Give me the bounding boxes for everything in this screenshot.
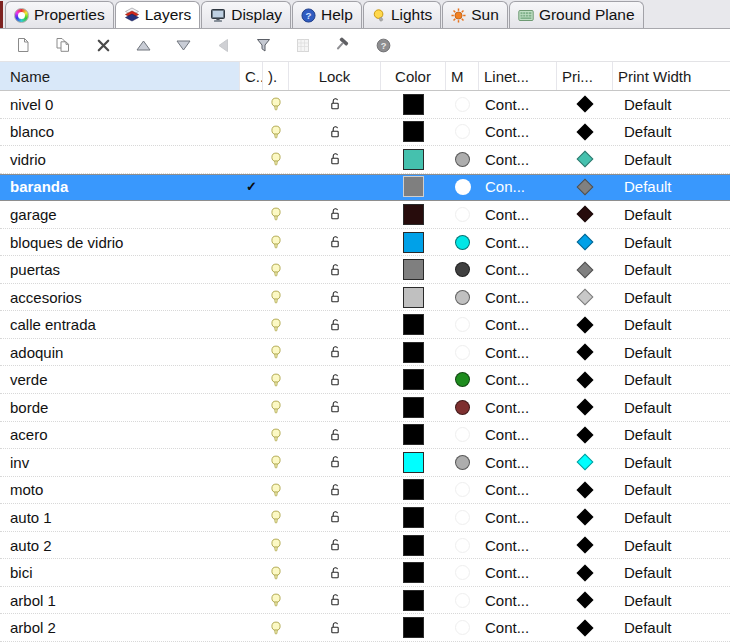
layer-on-cell[interactable] bbox=[263, 311, 289, 338]
current-layer-cell[interactable] bbox=[240, 366, 263, 393]
table-row[interactable]: baranda✓Con...Default bbox=[0, 174, 730, 202]
layer-lock-cell[interactable] bbox=[289, 146, 381, 173]
layer-on-cell[interactable] bbox=[263, 146, 289, 173]
layer-on-cell[interactable] bbox=[263, 614, 289, 641]
tools-button[interactable] bbox=[323, 31, 363, 59]
layer-print-color-cell[interactable] bbox=[557, 394, 613, 421]
layer-print-color-cell[interactable] bbox=[557, 422, 613, 449]
layer-on-cell[interactable] bbox=[263, 91, 289, 118]
table-row[interactable]: nivel 0Cont...Default bbox=[0, 91, 730, 119]
layer-print-color-cell[interactable] bbox=[557, 339, 613, 366]
layer-print-color-cell[interactable] bbox=[557, 504, 613, 531]
tab-sun[interactable]: Sun bbox=[442, 1, 508, 28]
layer-linetype-cell[interactable]: Cont... bbox=[479, 449, 557, 476]
layer-lock-cell[interactable] bbox=[289, 174, 381, 201]
current-layer-cell[interactable] bbox=[240, 477, 263, 504]
layer-color-cell[interactable] bbox=[381, 146, 446, 173]
layer-print-color-cell[interactable] bbox=[557, 146, 613, 173]
table-row[interactable]: auto 2Cont...Default bbox=[0, 532, 730, 560]
layer-material-cell[interactable] bbox=[446, 449, 479, 476]
layer-on-cell[interactable] bbox=[263, 119, 289, 146]
layer-material-cell[interactable] bbox=[446, 477, 479, 504]
layer-linetype-cell[interactable]: Con... bbox=[479, 174, 557, 201]
layer-lock-cell[interactable] bbox=[289, 229, 381, 256]
current-layer-cell[interactable] bbox=[240, 394, 263, 421]
layer-color-cell[interactable] bbox=[381, 119, 446, 146]
current-layer-cell[interactable] bbox=[240, 339, 263, 366]
layer-print-width-cell[interactable]: Default bbox=[613, 366, 730, 393]
layer-material-cell[interactable] bbox=[446, 339, 479, 366]
layer-lock-cell[interactable] bbox=[289, 532, 381, 559]
layer-lock-cell[interactable] bbox=[289, 311, 381, 338]
layer-print-width-cell[interactable]: Default bbox=[613, 119, 730, 146]
table-row[interactable]: verdeCont...Default bbox=[0, 366, 730, 394]
layer-material-cell[interactable] bbox=[446, 174, 479, 201]
current-layer-cell[interactable] bbox=[240, 422, 263, 449]
table-row[interactable]: bloques de vidrioCont...Default bbox=[0, 229, 730, 257]
table-row[interactable]: garageCont...Default bbox=[0, 201, 730, 229]
layer-print-width-cell[interactable]: Default bbox=[613, 174, 730, 201]
layer-lock-cell[interactable] bbox=[289, 422, 381, 449]
column-header-current[interactable]: C.. bbox=[240, 62, 263, 90]
layer-on-cell[interactable] bbox=[263, 587, 289, 614]
table-row[interactable]: arbol 1Cont...Default bbox=[0, 587, 730, 615]
column-header-linetype[interactable]: Linet... bbox=[479, 62, 557, 90]
layer-material-cell[interactable] bbox=[446, 91, 479, 118]
layer-color-cell[interactable] bbox=[381, 174, 446, 201]
layer-print-width-cell[interactable]: Default bbox=[613, 477, 730, 504]
layer-linetype-cell[interactable]: Cont... bbox=[479, 201, 557, 228]
current-layer-cell[interactable] bbox=[240, 311, 263, 338]
layer-print-color-cell[interactable] bbox=[557, 366, 613, 393]
layer-color-cell[interactable] bbox=[381, 229, 446, 256]
layer-lock-cell[interactable] bbox=[289, 614, 381, 641]
layer-linetype-cell[interactable]: Cont... bbox=[479, 504, 557, 531]
table-row[interactable]: auto 1Cont...Default bbox=[0, 504, 730, 532]
layer-color-cell[interactable] bbox=[381, 311, 446, 338]
layer-print-width-cell[interactable]: Default bbox=[613, 256, 730, 283]
layer-print-color-cell[interactable] bbox=[557, 587, 613, 614]
layer-print-width-cell[interactable]: Default bbox=[613, 229, 730, 256]
layer-on-cell[interactable] bbox=[263, 559, 289, 586]
layer-print-color-cell[interactable] bbox=[557, 119, 613, 146]
layer-on-cell[interactable] bbox=[263, 256, 289, 283]
layer-on-cell[interactable] bbox=[263, 422, 289, 449]
layer-material-cell[interactable] bbox=[446, 587, 479, 614]
layer-linetype-cell[interactable]: Cont... bbox=[479, 587, 557, 614]
layer-linetype-cell[interactable]: Cont... bbox=[479, 91, 557, 118]
layer-print-width-cell[interactable]: Default bbox=[613, 422, 730, 449]
layer-on-cell[interactable] bbox=[263, 532, 289, 559]
current-layer-cell[interactable] bbox=[240, 229, 263, 256]
layer-print-color-cell[interactable] bbox=[557, 284, 613, 311]
table-row[interactable]: invCont...Default bbox=[0, 449, 730, 477]
layer-lock-cell[interactable] bbox=[289, 201, 381, 228]
layer-print-width-cell[interactable]: Default bbox=[613, 614, 730, 641]
layer-color-cell[interactable] bbox=[381, 394, 446, 421]
layer-color-cell[interactable] bbox=[381, 284, 446, 311]
copy-layer-button[interactable] bbox=[43, 31, 83, 59]
tab-ground-plane[interactable]: Ground Plane bbox=[509, 1, 644, 28]
current-layer-cell[interactable] bbox=[240, 559, 263, 586]
layer-linetype-cell[interactable]: Cont... bbox=[479, 532, 557, 559]
layer-color-cell[interactable] bbox=[381, 504, 446, 531]
layer-lock-cell[interactable] bbox=[289, 477, 381, 504]
layer-linetype-cell[interactable]: Cont... bbox=[479, 146, 557, 173]
table-row[interactable]: bordeCont...Default bbox=[0, 394, 730, 422]
layer-color-cell[interactable] bbox=[381, 366, 446, 393]
layer-print-color-cell[interactable] bbox=[557, 256, 613, 283]
column-header-lock[interactable]: Lock bbox=[289, 62, 381, 90]
layer-color-cell[interactable] bbox=[381, 422, 446, 449]
layer-on-cell[interactable] bbox=[263, 449, 289, 476]
layer-color-cell[interactable] bbox=[381, 587, 446, 614]
layer-print-width-cell[interactable]: Default bbox=[613, 146, 730, 173]
layer-print-color-cell[interactable] bbox=[557, 449, 613, 476]
layer-material-cell[interactable] bbox=[446, 119, 479, 146]
table-row[interactable]: calle entradaCont...Default bbox=[0, 311, 730, 339]
layer-lock-cell[interactable] bbox=[289, 449, 381, 476]
current-layer-cell[interactable] bbox=[240, 146, 263, 173]
layer-linetype-cell[interactable]: Cont... bbox=[479, 119, 557, 146]
layer-material-cell[interactable] bbox=[446, 256, 479, 283]
layer-on-cell[interactable] bbox=[263, 229, 289, 256]
layer-color-cell[interactable] bbox=[381, 559, 446, 586]
layer-linetype-cell[interactable]: Cont... bbox=[479, 614, 557, 641]
table-row[interactable]: vidrioCont...Default bbox=[0, 146, 730, 174]
